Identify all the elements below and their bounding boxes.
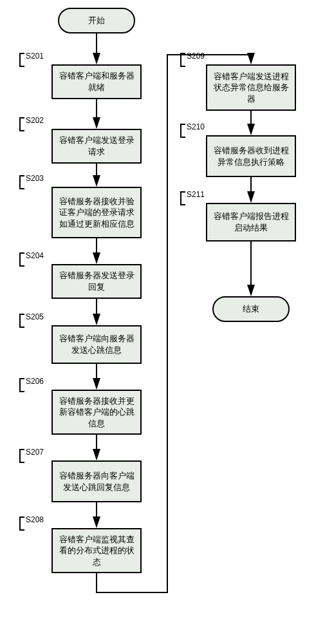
step-s208: 容错客户端监视其查看的分布式进程的状态: [51, 528, 142, 573]
label-s211: S211: [180, 190, 205, 205]
step-s210: 容错服务器收到进程异常信息执行策略: [206, 135, 296, 177]
step-s204: 容错服务器发送登录回复: [51, 264, 142, 299]
step-s205: 容错客户端向服务器发送心跳信息: [51, 325, 142, 364]
end-terminal: 结束: [212, 296, 290, 322]
label-s201: S201: [19, 52, 44, 67]
label-s206: S206: [19, 377, 44, 392]
start-terminal: 开始: [58, 8, 135, 33]
label-s207: S207: [19, 448, 44, 463]
label-s208: S208: [19, 515, 44, 531]
step-s211: 容错客户端报告进程启动结果: [206, 203, 296, 242]
step-s209: 容错客户端发送进程状态异常信息给服务器: [206, 64, 296, 111]
step-s201: 容错客户端和服务器就绪: [51, 64, 142, 99]
label-s205: S205: [19, 312, 44, 328]
label-s203: S203: [19, 174, 44, 189]
step-s207: 容错服务器向客户端发送心跳回复信息: [51, 460, 142, 502]
step-s202: 容错客户端发送登录请求: [51, 129, 142, 164]
step-s203: 容错服务器接收并验证客户端的登录请求如通过更新相应信息: [51, 187, 142, 238]
label-s202: S202: [19, 116, 44, 131]
step-s206: 容错服务器接收并更新容错客户端的心跳信息: [51, 390, 142, 435]
label-s204: S204: [19, 251, 44, 267]
label-s210: S210: [180, 122, 205, 138]
label-s209: S209: [180, 52, 205, 67]
